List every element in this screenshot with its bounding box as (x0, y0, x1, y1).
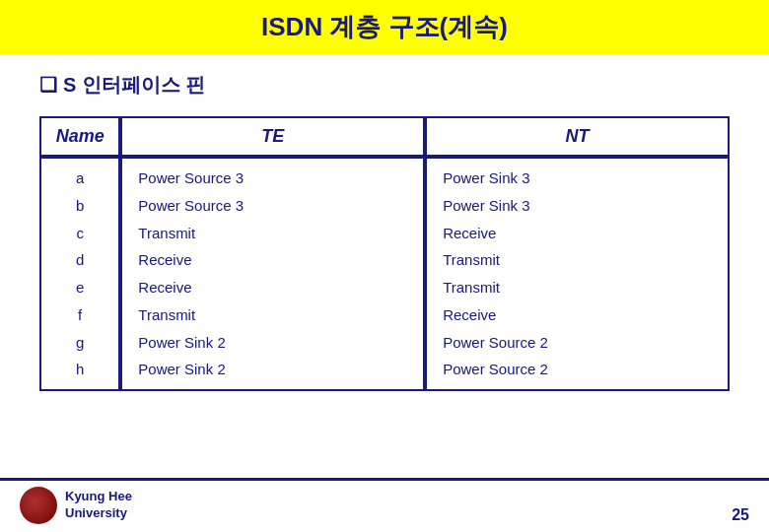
te-cell: Power Source 3Power Source 3TransmitRece… (120, 157, 425, 391)
nt-cell: Power Sink 3Power Sink 3ReceiveTransmitT… (425, 157, 730, 391)
bullet-icon: ❑ (39, 73, 57, 97)
col-header-nt: NT (425, 116, 730, 157)
nt-item: Transmit (443, 246, 712, 274)
nt-item: Transmit (443, 274, 712, 301)
name-item: g (57, 329, 103, 357)
te-item: Transmit (138, 220, 407, 247)
name-item: a (57, 165, 103, 192)
name-item: e (57, 274, 103, 301)
name-item: b (57, 192, 103, 220)
nt-item: Power Source 2 (443, 329, 712, 357)
name-item: c (57, 220, 103, 247)
te-item: Power Sink 2 (138, 329, 407, 357)
table-row-data: abcdefgh Power Source 3Power Source 3Tra… (39, 157, 730, 391)
name-list: abcdefgh (57, 165, 103, 383)
main-table-container: Name TE NT abcdefgh Power Source 3Power … (39, 116, 730, 391)
te-item: Power Source 3 (138, 192, 407, 220)
subtitle: ❑S 인터페이스 핀 (39, 72, 730, 99)
logo-row: Kyung Hee University (20, 487, 132, 524)
title-bar: ISDN 계층 구조(계속) (0, 0, 769, 54)
university-name: Kyung Hee University (65, 489, 132, 522)
col-header-name: Name (39, 116, 120, 157)
footer: Kyung Hee University 25 (0, 479, 769, 532)
slide: ISDN 계층 구조(계속) ❑S 인터페이스 핀 Name TE NT abc… (0, 0, 769, 532)
nt-list: Power Sink 3Power Sink 3ReceiveTransmitT… (443, 165, 712, 383)
te-item: Receive (138, 274, 407, 301)
nt-item: Power Source 2 (443, 356, 712, 383)
nt-item: Power Sink 3 (443, 165, 712, 192)
col-header-te: TE (120, 116, 425, 157)
pin-table: Name TE NT abcdefgh Power Source 3Power … (39, 116, 730, 391)
slide-title: ISDN 계층 구조(계속) (261, 12, 508, 41)
name-item: h (57, 356, 103, 383)
name-cell: abcdefgh (39, 157, 120, 391)
te-item: Power Source 3 (138, 165, 407, 192)
page-number: 25 (732, 506, 749, 524)
nt-item: Receive (443, 301, 712, 329)
te-item: Power Sink 2 (138, 356, 407, 383)
footer-logo: Kyung Hee University (20, 487, 132, 524)
university-logo-icon (20, 487, 57, 524)
name-item: d (57, 246, 103, 274)
te-item: Transmit (138, 301, 407, 329)
te-list: Power Source 3Power Source 3TransmitRece… (138, 165, 407, 383)
nt-item: Receive (443, 220, 712, 247)
name-item: f (57, 301, 103, 329)
te-item: Receive (138, 246, 407, 274)
nt-item: Power Sink 3 (443, 192, 712, 220)
